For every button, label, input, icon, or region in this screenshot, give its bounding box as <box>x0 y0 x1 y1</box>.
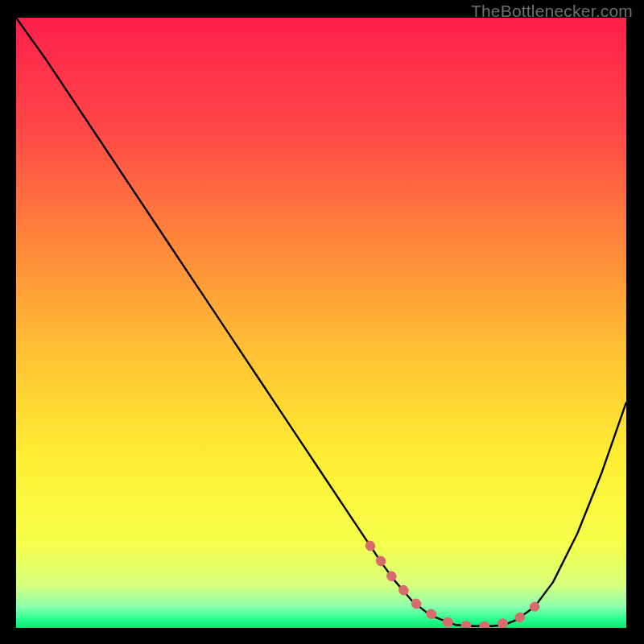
chart-frame <box>16 18 626 628</box>
gradient-background <box>16 18 626 628</box>
bottleneck-chart <box>16 18 626 628</box>
